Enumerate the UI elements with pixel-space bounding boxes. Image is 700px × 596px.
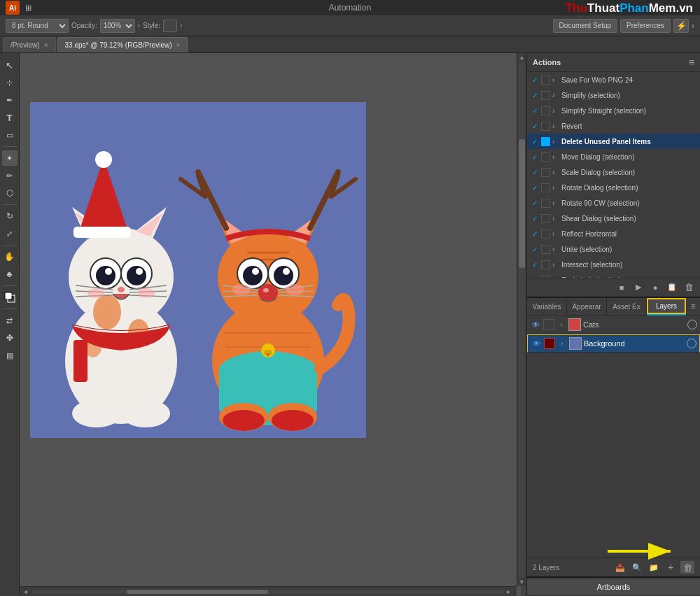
new-layer-btn[interactable]: +	[664, 561, 678, 574]
action-row[interactable]: ✓ › Unite (selection)	[527, 241, 700, 257]
document-setup-button[interactable]: Document Setup	[553, 19, 618, 33]
layer-thumb-cats	[568, 318, 581, 331]
tool-graph[interactable]: ▤	[2, 348, 18, 363]
tab-artboards[interactable]: Artboards	[527, 579, 700, 595]
tool-pencil[interactable]: ✏	[2, 168, 18, 183]
action-row-highlighted[interactable]: ✓ › Delete Unused Panel Items	[527, 134, 700, 149]
layer-row-background[interactable]: 👁 › Background	[527, 334, 700, 353]
action-row[interactable]: ✓ › Save For Web PNG 24	[527, 72, 700, 87]
tab-active[interactable]: 33.eps* @ 79.12% (RGB/Preview) ×	[57, 37, 188, 52]
h-scrollbar[interactable]: ◄ ►	[20, 586, 517, 596]
svg-point-5	[93, 295, 121, 329]
tool-type[interactable]: T	[2, 110, 18, 125]
record-btn[interactable]: ●	[648, 281, 662, 294]
h-scroll-right[interactable]: ►	[505, 588, 514, 595]
arrow-8: ›	[552, 184, 559, 192]
layer-target-cats[interactable]	[687, 320, 697, 329]
action-row[interactable]: ✓ › Intersect (selection)	[527, 257, 700, 272]
opacity-select[interactable]: 100%	[100, 19, 135, 33]
arrow-4: ›	[552, 122, 559, 130]
tool-symbol[interactable]: ✤	[2, 330, 18, 346]
toolbar-expand-icon[interactable]: ›	[692, 21, 694, 31]
bottom-tabs-row: Artboards	[527, 576, 700, 596]
action-row[interactable]: ✓ › Move Dialog (selection)	[527, 149, 700, 164]
tab-appearance[interactable]: Appearar	[567, 298, 607, 315]
layers-count: 2 Layers	[533, 564, 610, 572]
tool-eraser[interactable]: ⬡	[2, 185, 18, 201]
action-row[interactable]: ✓ › Simplify Straight (selection)	[527, 103, 700, 118]
action-row[interactable]: ✓ › Rotate 90 CW (selection)	[527, 195, 700, 211]
check-5: ✓	[530, 137, 539, 146]
tool-pen[interactable]: ✒	[2, 92, 18, 108]
tab-layers-label: Layers	[656, 302, 677, 310]
tool-hand[interactable]: ✋	[2, 249, 18, 264]
v-scrollbar[interactable]: ▲ ▼	[517, 53, 526, 586]
action-row[interactable]: ✓ › Simplify (selection)	[527, 87, 700, 103]
layer-expand-cats[interactable]: ›	[556, 320, 566, 329]
tab-asset-export[interactable]: Asset Ex	[607, 298, 647, 315]
brush-size-select[interactable]: 8 pt. Round	[6, 19, 69, 33]
arrow-2: ›	[552, 92, 559, 99]
locate-object-btn[interactable]: 🔍	[630, 561, 644, 574]
tab-layers[interactable]: Layers	[647, 298, 686, 315]
tool-rotate[interactable]: ↻	[2, 208, 18, 224]
v-scroll-track[interactable]	[519, 62, 525, 578]
tab-preview-close[interactable]: ×	[44, 41, 48, 49]
tool-swap[interactable]: ⇄	[2, 313, 18, 328]
tool-paintbrush[interactable]: ✦	[2, 150, 18, 166]
branding: ThuThuatPhanMem.vn	[566, 1, 693, 15]
preferences-button[interactable]: Preferences	[620, 19, 671, 33]
action-row[interactable]: ✓ › Reflect Horizontal	[527, 226, 700, 241]
actions-menu-icon[interactable]: ≡	[689, 57, 694, 68]
layer-row-cats[interactable]: 👁 › Cats	[527, 316, 700, 334]
layer-expand-bg[interactable]: ›	[557, 339, 567, 348]
tool-shape[interactable]: ▭	[2, 127, 18, 143]
delete-layer-btn[interactable]: 🗑	[680, 561, 694, 574]
layer-lock-bg[interactable]	[544, 338, 555, 349]
tool-select[interactable]: ↖	[2, 57, 18, 73]
v-scroll-down[interactable]: ▼	[517, 578, 526, 586]
action-row[interactable]: ✓ › Revert	[527, 118, 700, 134]
tool-scale[interactable]: ⤢	[2, 226, 18, 241]
action-name-11: Reflect Horizontal	[561, 230, 617, 238]
toolbar-extra-btn[interactable]: ⚡	[673, 19, 689, 33]
h-scroll-track[interactable]	[32, 590, 504, 594]
action-row[interactable]: ✓ › Scale Dialog (selection)	[527, 164, 700, 180]
tab-preview[interactable]: /Preview) ×	[3, 37, 56, 52]
stop-btn[interactable]: ■	[615, 281, 629, 294]
action-name-10: Shear Dialog (selection)	[561, 215, 636, 222]
box-6	[541, 152, 550, 162]
delete-action-btn[interactable]: 🗑	[682, 281, 696, 294]
v-scroll-up[interactable]: ▲	[517, 53, 526, 62]
layer-visibility-bg[interactable]: 👁	[531, 338, 542, 349]
layers-panel: 👁 › Cats 👁 › Background	[527, 316, 700, 353]
collect-in-layer-btn[interactable]: 📁	[647, 561, 661, 574]
toolbar: 8 pt. Round Opacity: 100% › Style: › Doc…	[0, 15, 700, 36]
actions-list: ✓ › Save For Web PNG 24 ✓ › Simplify (se…	[527, 72, 700, 278]
panel-options-icon[interactable]: ≡	[686, 298, 700, 315]
tab-variables[interactable]: Variables	[527, 298, 567, 315]
action-row[interactable]: ✓ › Rotate Dialog (selection)	[527, 180, 700, 195]
h-scroll-left[interactable]: ◄	[22, 588, 31, 595]
layer-visibility-cats[interactable]: 👁	[530, 319, 541, 330]
action-row[interactable]: ✓ › Exclude (selection)	[527, 272, 700, 278]
box-9	[541, 199, 550, 208]
check-6: ✓	[530, 152, 539, 162]
action-row[interactable]: ✓ › Shear Dialog (selection)	[527, 211, 700, 226]
opacity-label: Opacity:	[71, 22, 97, 29]
tool-zoom[interactable]: ♣	[2, 267, 18, 282]
new-action-btn[interactable]: 📋	[665, 281, 679, 294]
layer-target-bg[interactable]	[687, 339, 696, 348]
layer-lock-cats[interactable]	[543, 319, 554, 330]
svg-point-55	[252, 268, 259, 275]
tool-fill[interactable]	[2, 290, 18, 305]
svg-point-31	[138, 288, 155, 298]
svg-rect-32	[74, 340, 88, 382]
arrow-9: ›	[552, 199, 559, 207]
make-sublayer-btn[interactable]: 📤	[613, 561, 627, 574]
tool-direct-select[interactable]: ⊹	[2, 75, 18, 90]
tab-active-close[interactable]: ×	[176, 41, 181, 49]
opacity-arrow: ›	[138, 22, 140, 29]
play-btn[interactable]: ▶	[631, 281, 645, 294]
svg-point-21	[105, 268, 112, 275]
